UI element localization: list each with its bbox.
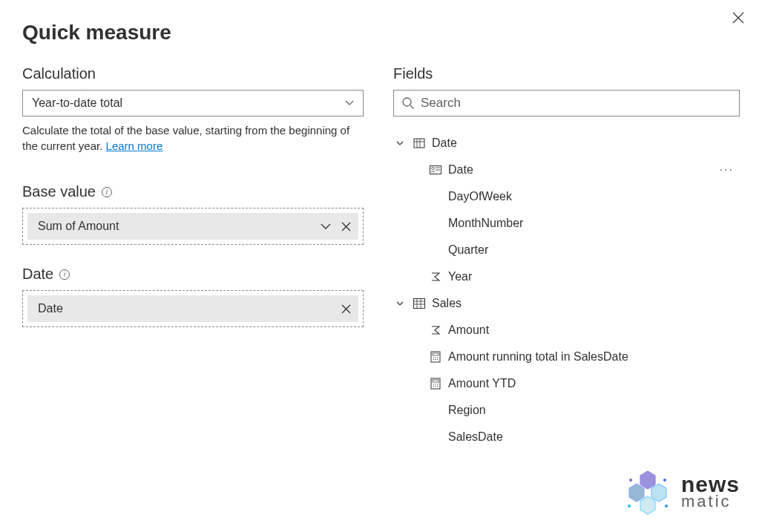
search-box[interactable] [393, 90, 740, 116]
fields-label: Fields [393, 65, 740, 82]
field-label: Amount YTD [448, 377, 516, 390]
close-icon [732, 12, 744, 24]
table-label: Date [432, 137, 457, 150]
field-date[interactable]: Date ··· [393, 157, 740, 183]
base-value-chip[interactable]: Sum of Amount [27, 213, 358, 240]
chevron-down-icon [396, 141, 407, 146]
field-quarter[interactable]: Quarter [393, 237, 740, 263]
table-label: Sales [432, 297, 462, 310]
close-button[interactable] [729, 9, 747, 27]
date-label: Date i [22, 266, 364, 283]
remove-icon[interactable] [341, 222, 351, 231]
table-icon [413, 298, 426, 309]
more-options-icon[interactable]: ··· [720, 163, 734, 177]
svg-rect-4 [414, 299, 425, 309]
chevron-down-icon [345, 100, 354, 106]
field-label: Quarter [448, 243, 488, 257]
base-value-text: Sum of Amount [38, 220, 119, 233]
dialog-title: Quick measure [22, 21, 740, 45]
remove-icon[interactable] [341, 304, 351, 314]
sigma-icon [429, 325, 442, 335]
svg-point-0 [403, 98, 411, 106]
field-label: Date [448, 163, 473, 177]
date-value-text: Date [38, 302, 63, 315]
identity-icon [429, 165, 442, 174]
field-region[interactable]: Region [393, 397, 740, 424]
field-label: Amount [448, 324, 489, 337]
svg-rect-1 [414, 139, 424, 148]
base-value-label: Base value i [22, 183, 364, 200]
fields-tree: Date Date ··· DayOfWeek MonthNumber Quar… [393, 130, 740, 450]
svg-point-3 [432, 167, 435, 170]
table-date[interactable]: Date [393, 130, 740, 157]
base-value-well[interactable]: Sum of Amount [22, 208, 364, 245]
chevron-down-icon[interactable] [321, 223, 331, 230]
table-sales[interactable]: Sales [393, 290, 740, 317]
info-icon[interactable]: i [59, 269, 70, 280]
field-amount-ytd[interactable]: Amount YTD [393, 370, 740, 397]
svg-rect-6 [433, 353, 439, 355]
chevron-down-icon [396, 301, 407, 306]
field-dayofweek[interactable]: DayOfWeek [393, 183, 740, 210]
info-icon[interactable]: i [102, 187, 112, 197]
sigma-icon [429, 272, 442, 282]
calculation-label: Calculation [22, 65, 364, 82]
field-label: Amount running total in SalesDate [448, 350, 628, 364]
calendar-table-icon [413, 137, 426, 149]
search-input[interactable] [421, 96, 732, 111]
field-year[interactable]: Year [393, 263, 740, 290]
field-monthnumber[interactable]: MonthNumber [393, 210, 740, 237]
left-pane: Calculation Year-to-date total Calculate… [22, 65, 364, 450]
field-label: MonthNumber [448, 217, 523, 230]
field-salesdate[interactable]: SalesDate [393, 424, 740, 450]
calculation-select[interactable]: Year-to-date total [22, 90, 364, 116]
date-well[interactable]: Date [22, 290, 364, 327]
learn-more-link[interactable]: Learn more [106, 139, 163, 152]
field-amount-running-total[interactable]: Amount running total in SalesDate [393, 344, 740, 370]
calculation-value: Year-to-date total [32, 96, 122, 110]
field-label: DayOfWeek [448, 190, 512, 203]
svg-rect-8 [433, 380, 439, 382]
field-label: Year [448, 270, 472, 283]
field-label: Region [448, 404, 486, 417]
calculation-description: Calculate the total of the base value, s… [22, 122, 364, 154]
measure-icon [429, 378, 442, 390]
fields-pane: Fields Date Date ··· [393, 65, 740, 450]
date-chip[interactable]: Date [27, 295, 358, 322]
field-label: SalesDate [448, 430, 503, 444]
search-icon [401, 96, 415, 110]
field-amount[interactable]: Amount [393, 317, 740, 344]
measure-icon [429, 351, 442, 363]
